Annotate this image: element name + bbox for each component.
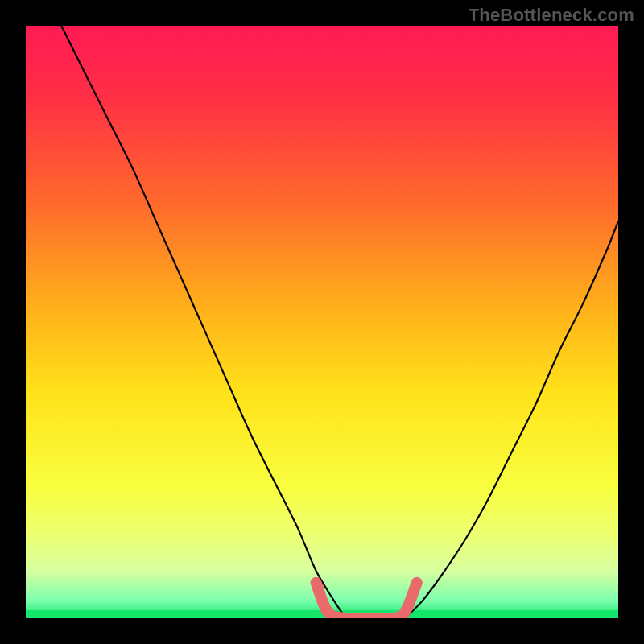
curve-left-branch (61, 26, 345, 618)
floor-marker (316, 583, 417, 618)
watermark-text: TheBottleneck.com (469, 5, 634, 26)
curve-layer (26, 26, 618, 618)
curve-right-branch (405, 221, 618, 618)
plot-area (26, 26, 618, 618)
chart-frame (0, 0, 644, 644)
